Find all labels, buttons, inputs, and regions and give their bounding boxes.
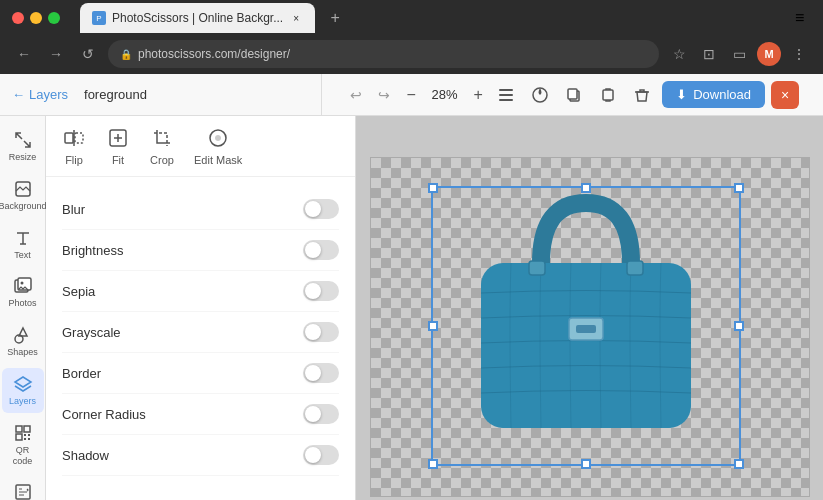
corner-radius-toggle[interactable] — [303, 404, 339, 424]
sepia-toggle[interactable] — [303, 281, 339, 301]
corner-radius-label: Corner Radius — [62, 407, 303, 422]
effects-list: Blur Brightness Sepia — [46, 177, 355, 500]
zoom-in-button[interactable]: + — [466, 83, 490, 107]
bookmark-icon[interactable]: ☆ — [667, 42, 691, 66]
download-icon: ⬇ — [676, 87, 687, 102]
canvas-area[interactable] — [356, 116, 823, 500]
reload-button[interactable]: ↺ — [76, 42, 100, 66]
address-input[interactable]: 🔒 photoscissors.com/designer/ — [108, 40, 659, 68]
traffic-lights — [12, 12, 60, 24]
sidebar-item-shapes[interactable]: Shapes — [2, 319, 44, 364]
zoom-value: 28% — [427, 87, 462, 102]
svg-rect-24 — [481, 263, 691, 428]
sidebar-item-text[interactable]: Text — [2, 222, 44, 267]
svg-rect-12 — [16, 426, 22, 432]
corner-radius-effect-row: Corner Radius — [62, 394, 339, 435]
maximize-traffic-light[interactable] — [48, 12, 60, 24]
panel-header-area: ← Layers foreground — [12, 74, 322, 116]
panel-title: foreground — [84, 87, 147, 102]
grayscale-toggle[interactable] — [303, 322, 339, 342]
qrcode-icon — [13, 423, 33, 443]
minimize-traffic-light[interactable] — [30, 12, 42, 24]
forward-button[interactable]: → — [44, 42, 68, 66]
undo-button[interactable]: ↩ — [342, 81, 370, 109]
brightness-toggle[interactable] — [303, 240, 339, 260]
active-tab[interactable]: P PhotoScissors | Online Backgr... × — [80, 3, 315, 33]
edit-mask-label: Edit Mask — [194, 154, 242, 166]
layers-icon — [13, 374, 33, 394]
shadow-toggle-knob — [305, 447, 321, 463]
sepia-toggle-knob — [305, 283, 321, 299]
shapes-icon — [13, 325, 33, 345]
bag-image — [421, 173, 751, 463]
sidebar-item-text-label: Text — [14, 250, 31, 261]
browser-menu-button[interactable]: ⋮ — [787, 42, 811, 66]
border-toggle[interactable] — [303, 363, 339, 383]
text-icon — [13, 228, 33, 248]
svg-rect-14 — [16, 434, 22, 440]
extension-icon[interactable]: ⊡ — [697, 42, 721, 66]
sidebar-toggle-icon[interactable]: ▭ — [727, 42, 751, 66]
layers-icon-btn[interactable] — [492, 81, 520, 109]
copy-icon-btn[interactable] — [560, 81, 588, 109]
sidebar-item-photos[interactable]: Photos — [2, 270, 44, 315]
back-to-layers-button[interactable]: ← Layers — [12, 87, 68, 102]
sidebar-item-shapes-label: Shapes — [7, 347, 38, 358]
redo-button[interactable]: ↪ — [370, 81, 398, 109]
download-label: Download — [693, 87, 751, 102]
svg-rect-6 — [603, 90, 613, 100]
zoom-out-button[interactable]: − — [399, 83, 423, 107]
tab-favicon: P — [92, 11, 106, 25]
corner-radius-toggle-knob — [305, 406, 321, 422]
shadow-label: Shadow — [62, 448, 303, 463]
close-traffic-light[interactable] — [12, 12, 24, 24]
blur-toggle[interactable] — [303, 199, 339, 219]
svg-rect-2 — [499, 99, 513, 101]
background-icon — [13, 179, 33, 199]
tab-title: PhotoScissors | Online Backgr... — [112, 11, 283, 25]
new-tab-button[interactable]: + — [323, 6, 347, 30]
sidebar-item-background-label: Background — [0, 201, 47, 212]
sidebar-item-photos-label: Photos — [8, 298, 36, 309]
copy2-icon-btn[interactable] — [594, 81, 622, 109]
back-button[interactable]: ← — [12, 42, 36, 66]
crop-tool[interactable]: Crop — [150, 126, 174, 166]
svg-rect-18 — [28, 438, 30, 440]
sidebar-item-layers[interactable]: Layers — [2, 368, 44, 413]
edit-mask-tool[interactable]: Edit Mask — [194, 126, 242, 166]
lock-icon: 🔒 — [120, 49, 132, 60]
brightness-label: Brightness — [62, 243, 303, 258]
color-icon-btn[interactable] — [526, 81, 554, 109]
svg-rect-27 — [529, 261, 545, 275]
sidebar-item-resize[interactable]: Resize — [2, 124, 44, 169]
sidebar-item-old-editor[interactable]: Old Editor — [2, 476, 44, 500]
profile-button[interactable]: M — [757, 42, 781, 66]
close-button[interactable]: × — [771, 81, 799, 109]
address-bar: ← → ↺ 🔒 photoscissors.com/designer/ ☆ ⊡ … — [0, 36, 823, 74]
blur-effect-row: Blur — [62, 189, 339, 230]
shadow-toggle[interactable] — [303, 445, 339, 465]
fit-label: Fit — [112, 154, 124, 166]
resize-icon — [13, 130, 33, 150]
tools-row: Flip Fit Crop — [46, 116, 355, 177]
address-text: photoscissors.com/designer/ — [138, 47, 290, 61]
old-editor-icon — [13, 482, 33, 500]
svg-rect-26 — [576, 325, 596, 333]
svg-rect-20 — [65, 133, 73, 143]
delete-icon-btn[interactable] — [628, 81, 656, 109]
flip-label: Flip — [65, 154, 83, 166]
tab-close-button[interactable]: × — [289, 11, 303, 25]
fit-tool[interactable]: Fit — [106, 126, 130, 166]
shadow-effect-row: Shadow — [62, 435, 339, 476]
sidebar-item-layers-label: Layers — [9, 396, 36, 407]
svg-rect-17 — [24, 438, 26, 440]
sidebar-item-background[interactable]: Background — [2, 173, 44, 218]
sidebar-item-qrcode[interactable]: QR code — [2, 417, 44, 473]
flip-tool[interactable]: Flip — [62, 126, 86, 166]
svg-rect-28 — [627, 261, 643, 275]
download-button[interactable]: ⬇ Download — [662, 81, 765, 108]
browser-actions: ☆ ⊡ ▭ M ⋮ — [667, 42, 811, 66]
blur-label: Blur — [62, 202, 303, 217]
app-top-bar: ← Layers foreground ↩ ↪ − 28% + — [0, 74, 823, 116]
grayscale-label: Grayscale — [62, 325, 303, 340]
